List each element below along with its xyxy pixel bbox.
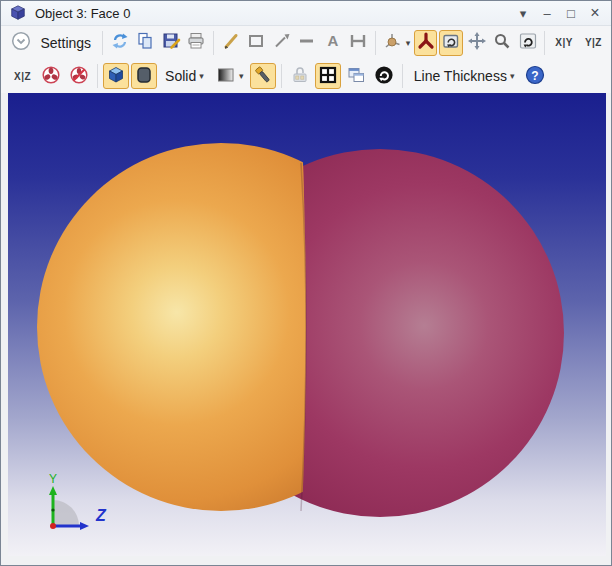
view-orientation-icon (383, 31, 403, 54)
settings-expander-button[interactable] (9, 30, 33, 56)
copy-icon (135, 31, 155, 54)
help-icon: ? (525, 65, 545, 88)
dimension-tool-button[interactable] (347, 30, 371, 56)
pan-icon (467, 31, 487, 54)
perspective-cube-button[interactable] (103, 63, 129, 89)
window-title: Object 3: Face 0 (35, 6, 511, 21)
reset-view-icon (518, 31, 538, 54)
title-bar: Object 3: Face 0 ▾ – □ × (1, 1, 611, 26)
print-icon (186, 31, 206, 54)
axis-origin-dot (50, 523, 56, 529)
clip-lock-button[interactable] (287, 63, 313, 89)
shading-dropdown[interactable]: ▾ (212, 63, 248, 89)
text-tool-button[interactable]: A (321, 30, 345, 56)
rotate-view-icon (441, 31, 461, 54)
plane-xz-button[interactable]: X|Z (9, 63, 36, 89)
text-icon: A (323, 31, 343, 54)
help-button[interactable]: ? (522, 63, 548, 89)
copy-button[interactable] (134, 30, 158, 56)
perspective-cube-icon (106, 65, 126, 88)
viewports-grid-icon (318, 65, 338, 88)
y-axis-label: Y (49, 472, 57, 486)
line-thickness-dropdown[interactable]: Line Thickness ▾ (408, 63, 521, 89)
toolbar-separator (375, 31, 376, 55)
stop-spin-button[interactable] (66, 63, 92, 89)
redraw-button[interactable] (371, 63, 397, 89)
app-cube-icon (9, 4, 27, 22)
spin-icon (41, 65, 61, 88)
refresh-button[interactable] (108, 30, 132, 56)
toolbar-separator (102, 31, 103, 55)
toolbar-separator (213, 31, 214, 55)
rotate-view-button[interactable] (439, 30, 463, 56)
arrow-tool-button[interactable] (270, 30, 294, 56)
print-button[interactable] (185, 30, 209, 56)
cascade-windows-icon (346, 65, 366, 88)
toolbar-separator (97, 64, 98, 88)
window-menu-button[interactable]: ▾ (511, 3, 535, 24)
flashlight-button[interactable] (250, 63, 276, 89)
view-orientation-button[interactable]: ▾ (381, 30, 412, 56)
viewport-3d[interactable]: Y Z (8, 93, 606, 556)
minimize-button[interactable]: – (535, 3, 559, 24)
save-button[interactable] (159, 30, 183, 56)
shading-gradient-icon (216, 65, 236, 88)
toolbar-separator (544, 31, 545, 55)
cascade-windows-button[interactable] (343, 63, 369, 89)
maximize-button[interactable]: □ (559, 3, 583, 24)
rotate-axis-icon (416, 31, 436, 54)
clip-lock-icon (290, 65, 310, 88)
dimension-icon (348, 31, 368, 54)
pan-button[interactable] (465, 30, 489, 56)
rotate-axis-button[interactable] (414, 30, 438, 56)
bounding-box-button[interactable] (131, 63, 157, 89)
bounding-box-icon (134, 65, 154, 88)
zoom-button[interactable] (490, 30, 514, 56)
line-icon (297, 31, 317, 54)
rectangle-icon (246, 31, 266, 54)
reset-view-button[interactable] (516, 30, 540, 56)
refresh-icon (110, 31, 130, 54)
toolbar-separator (281, 64, 282, 88)
spin-button[interactable] (38, 63, 64, 89)
app-window: Object 3: Face 0 ▾ – □ × Settings (0, 0, 612, 566)
toolbar-row-1: Settings (1, 26, 611, 59)
svg-text:A: A (327, 32, 338, 49)
plane-xy-button[interactable]: X|Y (550, 30, 578, 56)
line-tool-button[interactable] (296, 30, 320, 56)
rectangle-tool-button[interactable] (245, 30, 269, 56)
plane-yz-button[interactable]: Y|Z (580, 30, 607, 56)
flashlight-icon (253, 65, 273, 88)
z-axis-label: Z (95, 507, 107, 524)
zoom-icon (492, 31, 512, 54)
save-icon (161, 31, 181, 54)
window-controls: ▾ – □ × (511, 3, 607, 24)
sketch-pencil-button[interactable] (219, 30, 243, 56)
settings-button[interactable]: Settings (35, 30, 98, 56)
pencil-icon (221, 31, 241, 54)
arrow-icon (272, 31, 292, 54)
svg-text:?: ? (532, 68, 539, 82)
stop-spin-icon (69, 65, 89, 88)
viewports-grid-button[interactable] (315, 63, 341, 89)
toolbar-separator (402, 64, 403, 88)
display-mode-dropdown[interactable]: Solid ▾ (159, 63, 210, 89)
settings-expander-icon (11, 31, 31, 54)
toolbar-row-2: X|Z (1, 59, 611, 93)
redraw-icon (374, 65, 394, 88)
close-button[interactable]: × (583, 3, 607, 24)
